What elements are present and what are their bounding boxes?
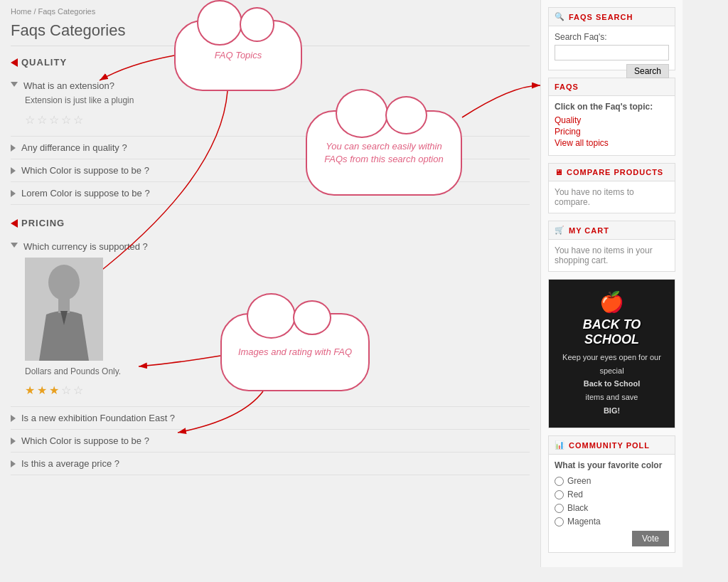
faq-question-p3[interactable]: Which Color is suppose to be ? xyxy=(11,435,530,446)
breadcrumb-home[interactable]: Home xyxy=(11,7,31,16)
vote-button[interactable]: Vote xyxy=(632,531,669,546)
sidebar-cart-title: 🛒 MY CART xyxy=(549,221,675,240)
sidebar-faqs-title-label: FAQS xyxy=(555,83,579,91)
poll-icon: 📊 xyxy=(555,440,565,450)
poll-label-black: Black xyxy=(567,503,588,513)
cart-text: You have no items in your shopping cart. xyxy=(555,245,653,265)
sidebar-faqs-box: FAQS Click on the Faq's topic: Quality P… xyxy=(548,78,675,156)
content-row: Home / Faqs Categories Faqs Categories Q… xyxy=(0,0,728,567)
faq-text-q3: Which Color is suppose to be ? xyxy=(21,165,149,176)
poll-option-red: Red xyxy=(555,490,669,499)
banner-line5: BIG! xyxy=(604,406,620,415)
faqs-link-quality[interactable]: Quality xyxy=(555,115,669,125)
faq-answer-text-p1: Dollars and Pounds Only. xyxy=(25,366,121,376)
search-button[interactable]: Search xyxy=(626,64,669,78)
faq-toggle-p4 xyxy=(11,460,16,467)
sidebar-faqs-content: Click on the Faq's topic: Quality Pricin… xyxy=(549,96,675,155)
annotation-search: You can search easily within FAQs from t… xyxy=(306,110,462,196)
poll-radio-black[interactable] xyxy=(555,504,564,513)
star-4[interactable]: ☆ xyxy=(61,113,71,127)
annotation-text-3: Images and rating with FAQ xyxy=(238,346,352,359)
poll-label-magenta: Magenta xyxy=(567,517,601,527)
faq-question-p4[interactable]: Is this a average price ? xyxy=(11,458,530,469)
sidebar-compare-content: You have no items to compare. xyxy=(549,181,675,213)
faq-toggle-q3 xyxy=(11,167,16,174)
faq-toggle-q2 xyxy=(11,144,16,152)
banner-line2: Keep your eyes open for our special xyxy=(562,353,661,375)
poll-option-magenta: Magenta xyxy=(555,517,669,527)
quality-label: QUALITY xyxy=(21,57,67,68)
sidebar-cart-title-label: MY CART xyxy=(569,226,609,235)
apple-icon: 🍎 xyxy=(556,290,668,314)
sidebar-search-content: Search Faq's: Search xyxy=(549,26,675,70)
quality-arrow xyxy=(11,58,18,67)
star-3[interactable]: ☆ xyxy=(49,113,59,127)
sidebar-poll-box: 📊 COMMUNITY POLL What is your favorite c… xyxy=(548,435,675,553)
poll-question: What is your favorite color xyxy=(555,460,669,470)
sidebar: 🔍 FAQS SEARCH Search Faq's: Search FAQS xyxy=(540,0,682,567)
sidebar-faqs-search-box: 🔍 FAQS SEARCH Search Faq's: Search xyxy=(548,7,675,70)
sidebar-compare-title: 🖥 COMPARE PRODUCTS xyxy=(549,164,675,181)
person-image xyxy=(25,258,103,361)
poll-radio-green[interactable] xyxy=(555,477,564,486)
search-faq-label: Search Faq's: xyxy=(555,32,669,42)
faq-text-p2: Is a new exhibition Foundation East ? xyxy=(21,413,175,423)
star-p1-4[interactable]: ☆ xyxy=(61,383,71,397)
sidebar-faqs-search-title: 🔍 FAQS SEARCH xyxy=(549,8,675,26)
faqs-link-pricing[interactable]: Pricing xyxy=(555,127,669,137)
poll-label-red: Red xyxy=(567,490,583,499)
star-2[interactable]: ☆ xyxy=(37,113,47,127)
poll-radio-magenta[interactable] xyxy=(555,517,564,527)
compare-text: You have no items to compare. xyxy=(555,187,634,207)
faqs-link-all-topics[interactable]: View all topics xyxy=(555,138,669,148)
faq-toggle-q1 xyxy=(11,82,18,90)
annotation-text-1: FAQ Topics xyxy=(215,49,262,62)
sidebar-compare-title-label: COMPARE PRODUCTS xyxy=(567,168,663,176)
banner-body: Keep your eyes open for our special Back… xyxy=(556,351,668,417)
svg-point-2 xyxy=(48,265,80,300)
faq-text-q2: Any differance in quality ? xyxy=(21,142,127,153)
star-p1-3[interactable]: ★ xyxy=(49,383,59,397)
poll-radio-red[interactable] xyxy=(555,490,564,499)
search-icon: 🔍 xyxy=(555,12,565,21)
sidebar-faqs-title: FAQS xyxy=(549,78,675,96)
star-5[interactable]: ☆ xyxy=(73,113,83,127)
faq-question-q4[interactable]: Lorem Color is suppose to be ? xyxy=(11,188,530,199)
faq-text-p3: Which Color is suppose to be ? xyxy=(21,435,149,446)
star-p1-2[interactable]: ★ xyxy=(37,383,47,397)
faq-question-p1[interactable]: Which currency is supported ? xyxy=(11,241,530,252)
star-1[interactable]: ☆ xyxy=(25,113,35,127)
sidebar-poll-content: What is your favorite color Green Red Bl… xyxy=(549,455,675,552)
sidebar-banner-box: 🍎 BACK TO SCHOOL Keep your eyes open for… xyxy=(548,279,675,428)
faq-text-q1: What is an extension? xyxy=(23,80,114,91)
faq-question-p2[interactable]: Is a new exhibition Foundation East ? xyxy=(11,413,530,423)
faq-toggle-q4 xyxy=(11,190,16,197)
page-outer: FAQ Topics You can search easily within … xyxy=(0,0,728,582)
annotation-images-rating: Images and rating with FAQ xyxy=(220,313,370,391)
faq-toggle-p3 xyxy=(11,438,16,445)
faq-text-p4: Is this a average price ? xyxy=(21,458,119,469)
faq-answer-text-q1: Extension is just like a plugin xyxy=(25,95,134,105)
faq-item-p2: Is a new exhibition Foundation East ? xyxy=(11,407,530,430)
sidebar-poll-title: 📊 COMMUNITY POLL xyxy=(549,436,675,455)
breadcrumb-current: Faqs Categories xyxy=(38,7,96,16)
faq-item-p3: Which Color is suppose to be ? xyxy=(11,430,530,453)
banner-title: BACK TO SCHOOL xyxy=(556,317,668,347)
banner-line4: items and save xyxy=(586,393,638,401)
faq-text-p1: Which currency is supported ? xyxy=(23,241,148,252)
faqs-click-label: Click on the Faq's topic: xyxy=(555,102,669,112)
person-silhouette xyxy=(25,258,103,361)
star-p1-1[interactable]: ★ xyxy=(25,383,35,397)
faq-text-q4: Lorem Color is suppose to be ? xyxy=(21,188,150,199)
faq-toggle-p2 xyxy=(11,415,16,422)
compare-icon: 🖥 xyxy=(555,168,563,176)
annotation-faq-topics: FAQ Topics xyxy=(174,20,302,91)
sidebar-compare-box: 🖥 COMPARE PRODUCTS You have no items to … xyxy=(548,163,675,213)
sidebar-poll-title-label: COMMUNITY POLL xyxy=(569,441,650,450)
sidebar-faqs-search-label: FAQS SEARCH xyxy=(569,13,633,21)
star-p1-5[interactable]: ☆ xyxy=(73,383,83,397)
search-input[interactable] xyxy=(555,45,669,60)
annotation-text-2: You can search easily within FAQs from t… xyxy=(320,140,448,166)
poll-label-green: Green xyxy=(567,476,591,486)
poll-option-green: Green xyxy=(555,476,669,486)
